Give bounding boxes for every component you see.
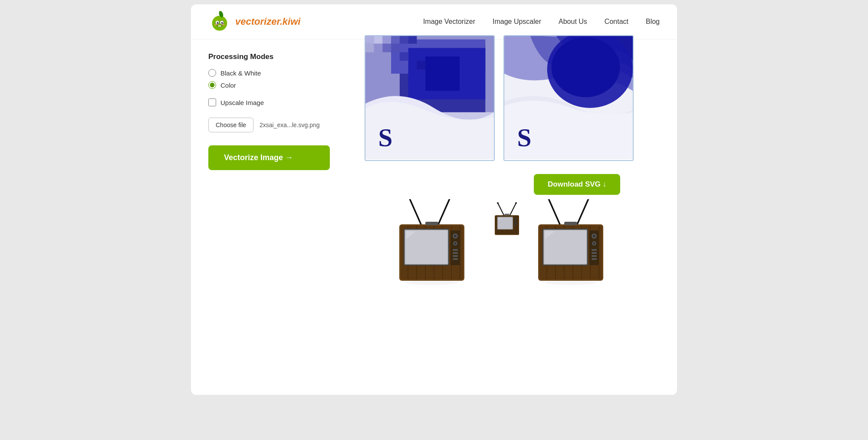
- file-input-row: Choose file 2xsai_exa...le.svg.png: [208, 118, 339, 132]
- svg-rect-55: [504, 214, 509, 216]
- mode-color-radio[interactable]: [208, 81, 216, 89]
- preview-before-svg: S: [365, 35, 494, 160]
- svg-rect-21: [382, 35, 391, 44]
- svg-point-78: [454, 243, 457, 245]
- nav-links: Image Vectorizer Image Upscaler About Us…: [423, 18, 660, 26]
- svg-line-85: [547, 199, 560, 224]
- svg-rect-109: [592, 252, 597, 254]
- svg-rect-79: [453, 249, 458, 251]
- svg-point-36: [552, 37, 620, 97]
- svg-rect-25: [365, 44, 374, 53]
- svg-text:S: S: [378, 123, 393, 152]
- svg-point-41: [515, 202, 517, 204]
- svg-rect-81: [453, 255, 458, 257]
- nav-blog[interactable]: Blog: [646, 18, 660, 25]
- radio-group: Black & White Color: [208, 69, 339, 89]
- svg-line-39: [510, 203, 516, 215]
- nav-image-upscaler[interactable]: Image Upscaler: [493, 18, 541, 25]
- content-area: Processing Modes Black & White Color Ups…: [191, 39, 677, 347]
- preview-row: S: [365, 35, 668, 161]
- tv-scene-svg: [365, 199, 668, 329]
- upscale-text: Upscale Image: [220, 99, 264, 106]
- svg-rect-11: [218, 26, 220, 27]
- svg-rect-82: [453, 258, 458, 260]
- svg-point-6: [221, 22, 223, 23]
- svg-text:S: S: [517, 123, 532, 152]
- mode-bw-label[interactable]: Black & White: [208, 69, 339, 77]
- svg-point-7: [218, 22, 219, 23]
- svg-point-8: [222, 22, 223, 23]
- preview-after: S: [503, 35, 634, 161]
- svg-line-56: [408, 199, 421, 224]
- svg-rect-20: [374, 35, 383, 44]
- logo-icon: [208, 10, 231, 33]
- svg-line-86: [577, 199, 590, 224]
- svg-rect-27: [382, 44, 391, 53]
- svg-rect-31: [425, 56, 460, 91]
- right-panel: S: [356, 39, 677, 347]
- logo-link[interactable]: vectorizer.kiwi: [208, 10, 300, 33]
- tv-scene: [365, 208, 668, 347]
- upscale-label[interactable]: Upscale Image: [208, 99, 264, 106]
- svg-point-105: [593, 235, 595, 237]
- vectorize-button[interactable]: Vectorize Image →: [208, 145, 330, 170]
- logo-text: vectorizer.kiwi: [235, 16, 300, 27]
- download-svg-button[interactable]: Download SVG ↓: [534, 174, 620, 195]
- svg-point-0: [212, 16, 227, 31]
- svg-rect-112: [564, 222, 577, 225]
- processing-modes-title: Processing Modes: [208, 53, 339, 61]
- checkbox-group: Upscale Image: [208, 99, 339, 106]
- preview-after-svg: S: [504, 35, 633, 160]
- svg-rect-54: [514, 223, 517, 225]
- mode-bw-radio[interactable]: [208, 69, 216, 77]
- svg-rect-80: [453, 252, 458, 254]
- svg-rect-110: [592, 255, 597, 257]
- mode-bw-text: Black & White: [220, 69, 261, 77]
- svg-rect-28: [391, 44, 400, 53]
- svg-rect-12: [220, 26, 221, 27]
- svg-point-5: [217, 22, 219, 23]
- svg-rect-83: [425, 222, 438, 225]
- svg-point-84: [406, 280, 458, 285]
- svg-rect-101: [544, 230, 586, 264]
- page-wrapper: vectorizer.kiwi Image Vectorizer Image U…: [0, 0, 868, 440]
- nav-about-us[interactable]: About Us: [559, 18, 587, 25]
- svg-rect-32: [408, 69, 425, 86]
- svg-rect-22: [391, 35, 400, 44]
- svg-point-113: [545, 280, 597, 285]
- navbar: vectorizer.kiwi Image Vectorizer Image U…: [191, 4, 677, 39]
- main-card: vectorizer.kiwi Image Vectorizer Image U…: [191, 4, 677, 395]
- svg-line-57: [438, 199, 451, 224]
- svg-point-13: [215, 19, 218, 21]
- svg-line-38: [498, 203, 504, 215]
- left-panel: Processing Modes Black & White Color Ups…: [191, 39, 356, 347]
- nav-contact[interactable]: Contact: [605, 18, 628, 25]
- svg-point-107: [593, 243, 595, 245]
- upscale-checkbox[interactable]: [208, 99, 216, 106]
- nav-image-vectorizer[interactable]: Image Vectorizer: [423, 18, 475, 25]
- file-name: 2xsai_exa...le.svg.png: [260, 121, 320, 128]
- svg-rect-26: [374, 44, 383, 53]
- svg-point-76: [454, 235, 457, 237]
- choose-file-button[interactable]: Choose file: [208, 118, 253, 132]
- svg-rect-29: [400, 52, 408, 61]
- svg-rect-23: [400, 35, 408, 44]
- preview-before: S: [365, 35, 495, 161]
- svg-rect-111: [592, 258, 597, 260]
- mode-color-label[interactable]: Color: [208, 81, 339, 89]
- svg-rect-53: [514, 218, 517, 221]
- mode-color-text: Color: [220, 82, 236, 89]
- svg-rect-108: [592, 249, 597, 251]
- svg-rect-19: [365, 35, 374, 44]
- svg-rect-24: [408, 35, 417, 44]
- svg-rect-72: [405, 230, 447, 264]
- svg-point-40: [497, 202, 499, 204]
